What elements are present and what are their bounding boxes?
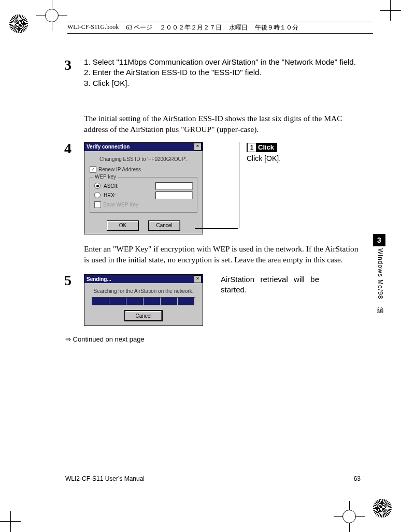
page-number: 63 (354, 475, 361, 482)
wep-key-group: WEP key ASCII: HEX: (90, 177, 197, 213)
step-number: 5 (64, 272, 71, 289)
step-3-body: 1. Select "11Mbps Communication over Air… (84, 57, 361, 88)
print-header: WLI-CF-S11G.book 63 ページ ２００２年２月２７日 水曜日 午… (67, 22, 373, 34)
save-wep-label: Save WEP Key (103, 202, 138, 208)
step-3-line3: 3. Click [OK]. (84, 78, 361, 88)
step-4: 4 Verify connection × Changing ESS ID to… (65, 142, 361, 234)
click-ok-label: Click [OK]. (247, 154, 281, 162)
dialog-titlebar: Sending... × (84, 275, 203, 283)
step-3: 3 1. Select "11Mbps Communication over A… (65, 57, 361, 88)
registration-mark-icon (36, 0, 67, 31)
close-icon[interactable]: × (194, 143, 202, 151)
hex-label: HEX: (104, 193, 116, 198)
registration-sunburst-icon (373, 499, 392, 518)
searching-text: Searching for the AirStation on the netw… (84, 288, 203, 294)
changing-essid-text: Changing ESS ID to 'FF0200GROUP'. (90, 156, 197, 162)
ok-button[interactable]: OK (107, 220, 139, 231)
close-icon[interactable]: × (194, 275, 202, 283)
save-wep-checkbox[interactable] (94, 201, 101, 208)
manual-title: WLI2-CF-S11 User's Manual (65, 475, 145, 482)
step-3-line2: 2. Enter the AirStation ESS-ID to the "E… (84, 67, 361, 78)
dialog-title: Sending... (87, 276, 111, 282)
ascii-label: ASCII: (104, 183, 119, 189)
registration-sunburst-icon (9, 14, 28, 33)
click-callout: Click Click [OK]. (247, 142, 281, 162)
header-page: 63 ページ (126, 23, 152, 32)
crop-mark-icon (380, 0, 401, 21)
ascii-input[interactable] (155, 182, 193, 190)
crop-mark-icon (0, 511, 21, 532)
header-weekday: 水曜日 (229, 23, 248, 32)
renew-ip-label: Renew IP Address (98, 167, 141, 172)
step-3-line1: 1. Select "11Mbps Communication over Air… (84, 57, 361, 67)
wep-key-note: Enter an "WEP Key" if encryption with WE… (84, 244, 361, 265)
hex-radio[interactable] (94, 192, 101, 198)
verify-connection-dialog: Verify connection × Changing ESS ID to '… (84, 142, 203, 234)
header-time: 午後９時１０分 (255, 23, 298, 32)
retrieval-text: AirStation retrieval will be started. (221, 274, 319, 294)
step-number: 3 (64, 57, 71, 73)
wep-key-group-label: WEP key (93, 174, 118, 180)
ascii-radio[interactable] (94, 183, 101, 189)
dialog-title: Verify connection (87, 144, 130, 150)
continued-note: ⇒ Continued on next page (65, 335, 361, 343)
click-badge: Click (247, 143, 277, 152)
progress-bar (92, 297, 195, 305)
chapter-tab: 3 (373, 234, 385, 246)
renew-ip-checkbox[interactable]: ✓ (90, 166, 96, 173)
content-column: 3 1. Select "11Mbps Communication over A… (65, 57, 361, 343)
cancel-button[interactable]: Cancel (148, 220, 180, 231)
page: WLI-CF-S11G.book 63 ページ ２００２年２月２７日 水曜日 午… (0, 0, 401, 532)
chapter-title: Windows Me/98 編 (376, 248, 384, 302)
step-number: 4 (64, 140, 71, 157)
header-book: WLI-CF-S11G.book (67, 23, 119, 32)
hex-input[interactable] (155, 191, 193, 199)
renew-ip-checkbox-row: ✓ Renew IP Address (90, 166, 197, 173)
header-date: ２００２年２月２７日 (160, 23, 222, 32)
registration-mark-icon (334, 501, 365, 532)
sending-dialog: Sending... × Searching for the AirStatio… (84, 274, 203, 326)
dialog-body: Changing ESS ID to 'FF0200GROUP'. ✓ Rene… (84, 151, 203, 234)
cancel-button[interactable]: Cancel (124, 310, 163, 321)
essid-note: The initial setting of the AirStation ES… (84, 113, 361, 135)
step-5: 5 Sending... × Searching for the AirStat… (65, 274, 361, 326)
dialog-titlebar: Verify connection × (84, 143, 203, 151)
footer: WLI2-CF-S11 User's Manual 63 (65, 475, 361, 482)
